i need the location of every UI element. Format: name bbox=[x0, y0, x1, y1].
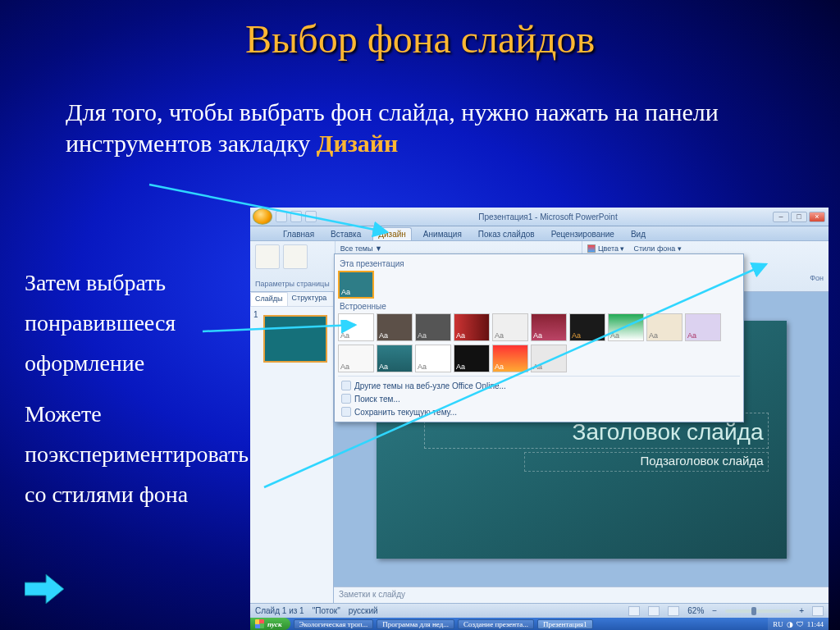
qat-redo-button[interactable] bbox=[305, 211, 317, 222]
theme-thumb[interactable]: Aa bbox=[454, 345, 490, 372]
tab-review[interactable]: Рецензирование bbox=[546, 228, 619, 240]
office-button[interactable] bbox=[253, 208, 272, 225]
all-themes-dropdown[interactable]: Все темы ▼ bbox=[340, 244, 577, 253]
minimize-button[interactable]: – bbox=[773, 212, 789, 222]
theme-thumb[interactable]: Aa bbox=[685, 313, 721, 341]
zoom-in-button[interactable]: + bbox=[799, 606, 804, 615]
svg-marker-0 bbox=[25, 574, 64, 604]
qat-undo-button[interactable] bbox=[290, 211, 302, 222]
gallery-footer: Другие темы на веб-узле Office Online...… bbox=[338, 376, 740, 418]
windows-taskbar: пуск Экологическая троп... Программа для… bbox=[250, 618, 829, 630]
outline-tab-outline[interactable]: Структура bbox=[288, 292, 331, 306]
tray-icon[interactable]: 🛡 bbox=[797, 620, 804, 628]
theme-thumb[interactable]: Aa bbox=[377, 345, 413, 372]
start-label: пуск bbox=[267, 620, 282, 628]
outline-tabs: Слайды Структура bbox=[250, 292, 333, 307]
slide-thumbnail[interactable] bbox=[263, 315, 327, 363]
page-setup-button[interactable] bbox=[255, 244, 280, 269]
theme-thumb[interactable]: Aa bbox=[531, 345, 567, 372]
window-titlebar: Презентация1 - Microsoft PowerPoint – □ … bbox=[250, 208, 829, 226]
zoom-out-button[interactable]: − bbox=[712, 606, 717, 615]
slide-title: Выбор фона слайдов bbox=[0, 16, 840, 62]
tab-animation[interactable]: Анимация bbox=[418, 228, 467, 240]
tab-view[interactable]: Вид bbox=[626, 228, 651, 240]
tray-lang[interactable]: RU bbox=[773, 620, 783, 628]
tray-icon[interactable]: ◑ bbox=[787, 620, 793, 628]
themes-gallery: Эта презентация Aa Встроенные Aa Aa Aa A… bbox=[334, 253, 744, 422]
arrow-right-icon bbox=[25, 573, 64, 605]
tab-insert[interactable]: Вставка bbox=[326, 228, 366, 240]
windows-logo-icon bbox=[255, 619, 264, 628]
gallery-section-builtin: Встроенные bbox=[340, 302, 740, 311]
paragraph-1: Для того, чтобы выбрать фон слайда, нужн… bbox=[66, 97, 771, 158]
view-normal-button[interactable] bbox=[628, 606, 640, 616]
theme-thumb[interactable]: Aa bbox=[492, 313, 528, 341]
window-controls: – □ × bbox=[773, 212, 825, 222]
paragraph-2: Затем выбрать понравившееся оформление bbox=[25, 262, 246, 383]
taskbar-item[interactable]: Программа для нед... bbox=[377, 619, 454, 629]
para1-highlight: Дизайн bbox=[317, 130, 399, 157]
outline-tab-slides[interactable]: Слайды bbox=[250, 292, 288, 306]
tray-clock[interactable]: 11:44 bbox=[807, 620, 824, 628]
theme-thumb[interactable]: Aa bbox=[454, 313, 490, 341]
save-icon bbox=[341, 407, 351, 417]
status-bar: Слайд 1 из 1 "Поток" русский 62% − + bbox=[250, 603, 829, 618]
zoom-slider[interactable] bbox=[725, 609, 791, 613]
browse-label: Поиск тем... bbox=[354, 395, 400, 404]
subtitle-placeholder-text: Подзаголовок слайда bbox=[640, 454, 763, 468]
taskbar-item[interactable]: Экологическая троп... bbox=[294, 619, 374, 629]
start-button[interactable]: пуск bbox=[250, 618, 290, 630]
qat-save-button[interactable] bbox=[276, 211, 287, 222]
taskbar-item-active[interactable]: Презентация1 bbox=[537, 619, 593, 629]
theme-thumb[interactable]: Aa bbox=[338, 313, 374, 341]
system-tray: RU ◑ 🛡 11:44 bbox=[768, 618, 829, 630]
theme-thumb[interactable]: Aa bbox=[608, 313, 644, 341]
paragraph-3: Можете поэкспериментировать со стилями ф… bbox=[25, 394, 262, 514]
quick-access-toolbar bbox=[276, 211, 317, 222]
theme-thumb[interactable]: Aa bbox=[569, 313, 605, 341]
theme-thumb[interactable]: Aa bbox=[415, 345, 451, 372]
slides-outline-pane: Слайды Структура 1 bbox=[250, 292, 334, 603]
bg-styles-dropdown[interactable]: Стили фона ▾ bbox=[633, 244, 681, 253]
group-label-page-setup: Параметры страницы bbox=[255, 280, 330, 288]
view-sorter-button[interactable] bbox=[648, 606, 660, 616]
folder-icon bbox=[341, 394, 351, 404]
theme-thumb[interactable]: Aa bbox=[338, 271, 374, 299]
save-current-theme[interactable]: Сохранить текущую тему... bbox=[338, 405, 740, 418]
gallery-section-this-pres: Эта презентация bbox=[340, 259, 740, 268]
ribbon-group-page-setup: Параметры страницы bbox=[250, 241, 336, 291]
theme-thumb[interactable]: Aa bbox=[338, 345, 374, 372]
theme-thumb[interactable]: Aa bbox=[492, 345, 528, 372]
browse-themes[interactable]: Поиск тем... bbox=[338, 392, 740, 405]
more-online-label: Другие темы на веб-узле Office Online... bbox=[354, 381, 506, 390]
status-language: русский bbox=[349, 606, 378, 615]
close-button[interactable]: × bbox=[809, 212, 825, 222]
title-placeholder-text: Заголовок слайда bbox=[573, 419, 764, 445]
theme-thumb[interactable]: Aa bbox=[646, 313, 682, 341]
view-slideshow-button[interactable] bbox=[668, 606, 679, 616]
theme-thumb[interactable]: Aa bbox=[415, 313, 451, 341]
colors-swatches-icon bbox=[587, 244, 596, 253]
next-slide-arrow[interactable] bbox=[25, 573, 64, 605]
powerpoint-screenshot: Презентация1 - Microsoft PowerPoint – □ … bbox=[250, 208, 829, 618]
status-theme: "Поток" bbox=[313, 606, 340, 615]
tab-slideshow[interactable]: Показ слайдов bbox=[473, 228, 540, 240]
more-themes-online[interactable]: Другие темы на веб-узле Office Online... bbox=[338, 379, 740, 392]
slide-orientation-button[interactable] bbox=[283, 244, 308, 269]
notes-pane[interactable]: Заметки к слайду bbox=[334, 587, 829, 603]
save-theme-label: Сохранить текущую тему... bbox=[354, 408, 457, 417]
ribbon-tabs: Главная Вставка Дизайн Анимация Показ сл… bbox=[250, 226, 829, 241]
tab-home[interactable]: Главная bbox=[278, 228, 319, 240]
theme-thumb[interactable]: Aa bbox=[377, 313, 413, 341]
theme-thumb[interactable]: Aa bbox=[531, 313, 567, 341]
fit-window-button[interactable] bbox=[812, 606, 824, 616]
window-title: Презентация1 - Microsoft PowerPoint bbox=[323, 212, 773, 221]
maximize-button[interactable]: □ bbox=[791, 212, 807, 222]
tab-design[interactable]: Дизайн bbox=[372, 227, 412, 240]
taskbar-item[interactable]: Создание презента... bbox=[458, 619, 534, 629]
status-slide-count: Слайд 1 из 1 bbox=[255, 606, 304, 615]
globe-icon bbox=[341, 381, 351, 390]
zoom-level: 62% bbox=[687, 606, 704, 615]
colors-dropdown[interactable]: Цвета ▾ bbox=[598, 244, 625, 253]
slide-number: 1 bbox=[253, 310, 258, 319]
